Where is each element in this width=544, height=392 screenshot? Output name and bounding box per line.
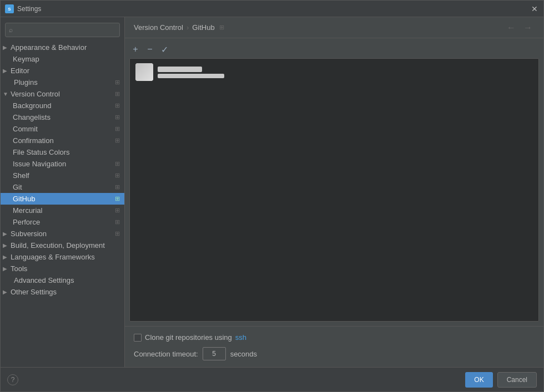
settings-icon: ⊞ <box>219 24 224 31</box>
sidebar-item-label: Subversion <box>11 230 47 238</box>
sidebar-item-editor[interactable]: ▶ Editor <box>1 65 124 77</box>
settings-icon: ⊞ <box>115 172 120 179</box>
sidebar-item-label: Changelists <box>13 113 51 121</box>
sidebar-item-file-status-colors[interactable]: File Status Colors <box>1 146 124 158</box>
sidebar-item-label: Commit <box>13 125 38 133</box>
nav-arrows: ← → <box>505 22 535 34</box>
sidebar-item-languages[interactable]: ▶ Languages & Frameworks <box>1 251 124 263</box>
content-area: ⌕ ▶ Appearance & Behavior Keymap ▶ Edito… <box>1 17 543 367</box>
account-row[interactable] <box>130 59 538 85</box>
search-input[interactable] <box>15 26 116 34</box>
settings-window: S Settings ✕ ⌕ ▶ Appearance & Behavior K… <box>0 0 544 392</box>
sidebar-item-tools[interactable]: ▶ Tools <box>1 263 124 274</box>
svg-text:S: S <box>8 7 11 12</box>
cancel-button[interactable]: Cancel <box>497 372 537 388</box>
timeout-label: Connection timeout: <box>134 350 198 358</box>
collapse-arrow: ▼ <box>3 91 9 97</box>
add-account-button[interactable]: + <box>129 43 142 55</box>
settings-icon: ⊞ <box>115 137 120 144</box>
sidebar-item-confirmation[interactable]: Confirmation ⊞ <box>1 135 124 146</box>
clone-ssh-checkbox-container: Clone git repositories using ssh <box>134 333 246 342</box>
sidebar-item-label: Keymap <box>13 55 39 63</box>
sidebar-item-label: Shelf <box>13 171 29 180</box>
collapse-arrow: ▶ <box>3 68 9 74</box>
account-name <box>158 67 202 72</box>
collapse-arrow: ▶ <box>3 289 9 295</box>
search-box[interactable]: ⌕ <box>5 23 120 37</box>
sidebar-item-advanced-settings[interactable]: Advanced Settings <box>1 274 124 286</box>
sidebar-item-build[interactable]: ▶ Build, Execution, Deployment <box>1 240 124 251</box>
breadcrumb-root: Version Control <box>134 23 183 32</box>
remove-account-button[interactable]: − <box>144 43 156 55</box>
sidebar-item-subversion[interactable]: ▶ Subversion ⊞ <box>1 228 124 240</box>
sidebar-item-label: Plugins <box>14 78 38 86</box>
settings-icon: ⊞ <box>115 90 120 98</box>
account-email <box>158 74 224 78</box>
verify-account-button[interactable]: ✓ <box>158 43 170 55</box>
timeout-input[interactable] <box>203 347 226 360</box>
clone-ssh-checkbox[interactable] <box>134 334 142 342</box>
settings-icon: ⊞ <box>115 184 120 191</box>
settings-icon: ⊞ <box>115 230 120 237</box>
settings-icon: ⊞ <box>115 207 120 214</box>
sidebar-item-label: Background <box>13 101 51 110</box>
sidebar-item-plugins[interactable]: Plugins ⊞ <box>1 77 124 88</box>
settings-icon: ⊞ <box>115 218 120 226</box>
window-title: Settings <box>17 5 530 13</box>
avatar-image <box>135 63 153 81</box>
sidebar-item-keymap[interactable]: Keymap <box>1 53 124 65</box>
sidebar-item-perforce[interactable]: Perforce ⊞ <box>1 216 124 228</box>
collapse-arrow: ▶ <box>3 44 9 50</box>
sidebar-item-label: Perforce <box>13 218 40 226</box>
sidebar-item-issue-navigation[interactable]: Issue Navigation ⊞ <box>1 158 124 170</box>
sidebar-item-label: GitHub <box>13 195 35 203</box>
sidebar-item-label: Languages & Frameworks <box>11 253 95 261</box>
sidebar-item-mercurial[interactable]: Mercurial ⊞ <box>1 205 124 216</box>
accounts-list <box>129 58 539 322</box>
sidebar-item-label: Advanced Settings <box>14 276 74 284</box>
sidebar-item-label: Appearance & Behavior <box>11 43 87 52</box>
sidebar-item-label: File Status Colors <box>13 148 70 156</box>
sidebar-item-label: Mercurial <box>13 206 42 215</box>
sidebar-item-other-settings[interactable]: ▶ Other Settings <box>1 286 124 298</box>
collapse-arrow: ▶ <box>3 242 9 248</box>
settings-icon: ⊞ <box>115 160 120 167</box>
clone-ssh-label: Clone git repositories using <box>145 333 232 342</box>
sidebar-item-background[interactable]: Background ⊞ <box>1 100 124 111</box>
avatar <box>135 63 153 81</box>
forward-button[interactable]: → <box>521 22 535 34</box>
sidebar-item-appearance[interactable]: ▶ Appearance & Behavior <box>1 42 124 53</box>
settings-icon: ⊞ <box>115 102 120 109</box>
back-button[interactable]: ← <box>505 22 518 34</box>
sidebar-item-git[interactable]: Git ⊞ <box>1 181 124 193</box>
collapse-arrow: ▶ <box>3 254 9 260</box>
settings-icon: ⊞ <box>115 79 120 86</box>
breadcrumb: Version Control › GitHub ⊞ <box>134 23 224 32</box>
dialog-buttons: ? OK Cancel <box>1 367 543 391</box>
sidebar: ⌕ ▶ Appearance & Behavior Keymap ▶ Edito… <box>1 17 125 367</box>
seconds-label: seconds <box>230 350 257 358</box>
ok-button[interactable]: OK <box>465 372 492 388</box>
collapse-arrow: ▶ <box>3 266 9 272</box>
sidebar-item-label: Build, Execution, Deployment <box>11 241 105 250</box>
panel-content: + − ✓ <box>125 38 543 326</box>
clone-ssh-row: Clone git repositories using ssh <box>134 333 535 342</box>
breadcrumb-separator: › <box>187 23 189 32</box>
sidebar-item-version-control[interactable]: ▼ Version Control ⊞ <box>1 88 124 100</box>
ssh-link[interactable]: ssh <box>235 333 246 342</box>
sidebar-item-label: Editor <box>11 67 29 75</box>
sidebar-item-label: Other Settings <box>11 288 57 296</box>
settings-icon: ⊞ <box>115 114 120 121</box>
collapse-arrow: ▶ <box>3 231 9 237</box>
search-icon: ⌕ <box>9 26 13 34</box>
help-button[interactable]: ? <box>7 374 18 385</box>
accounts-toolbar: + − ✓ <box>129 43 539 56</box>
sidebar-item-commit[interactable]: Commit ⊞ <box>1 123 124 135</box>
sidebar-item-changelists[interactable]: Changelists ⊞ <box>1 111 124 123</box>
main-panel: Version Control › GitHub ⊞ ← → + − ✓ <box>125 17 543 367</box>
sidebar-item-label: Confirmation <box>13 136 54 145</box>
sidebar-item-github[interactable]: GitHub ⊞ <box>1 193 124 205</box>
close-button[interactable]: ✕ <box>530 4 539 13</box>
sidebar-item-shelf[interactable]: Shelf ⊞ <box>1 170 124 181</box>
app-icon: S <box>5 4 14 13</box>
